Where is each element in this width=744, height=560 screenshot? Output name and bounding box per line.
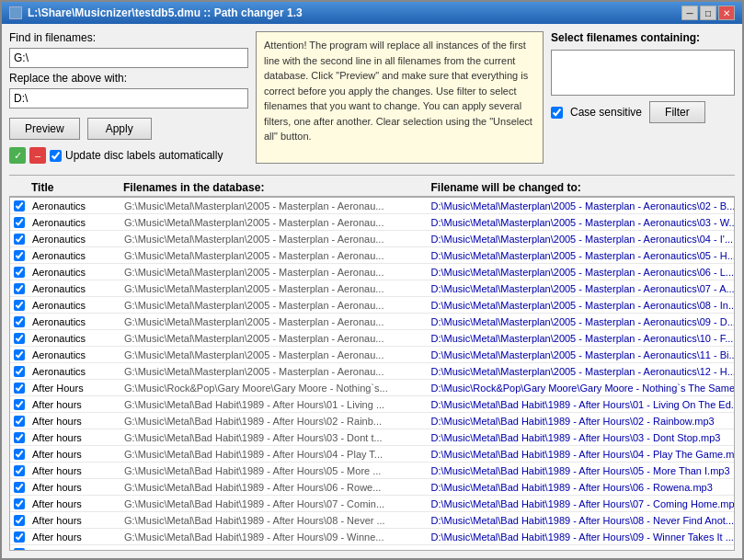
find-input[interactable] [9,48,248,68]
case-sensitive-label: Case sensitive [570,106,642,119]
action-buttons: Preview Apply [9,118,248,140]
row-new-path: D:\Music\Metal\Masterplan\2005 - Masterp… [428,332,735,345]
row-title: Aeronautics [29,216,120,229]
row-title: Aeronautics [29,365,120,378]
case-sensitive-checkbox[interactable] [551,107,563,119]
row-checkbox[interactable] [14,399,25,410]
row-checkbox-cell[interactable] [10,432,29,443]
row-checkbox-cell[interactable] [10,250,29,261]
row-checkbox-cell[interactable] [10,482,29,493]
replace-input[interactable] [9,88,248,109]
row-checkbox[interactable] [14,316,25,327]
row-checkbox[interactable] [14,267,25,278]
row-title: After hours [29,431,120,444]
apply-button[interactable]: Apply [87,118,152,140]
row-title: Aeronautics [29,266,120,279]
row-new-path: D:\Music\Metal\Masterplan\2005 - Masterp… [428,233,735,246]
row-checkbox[interactable] [14,416,25,427]
row-checkbox[interactable] [14,548,25,552]
uncheck-all-icon[interactable]: – [29,147,46,164]
col-title-header: Title [28,181,120,194]
row-checkbox[interactable] [14,449,25,460]
table-row: Aeronautics G:\Music\Metal\Masterplan\20… [10,297,734,314]
table-row: After hours G:\Music\Metal\Bad Habit\198… [10,479,734,496]
row-checkbox[interactable] [14,300,25,311]
row-checkbox-cell[interactable] [10,531,29,543]
row-checkbox-cell[interactable] [10,548,29,552]
row-checkbox[interactable] [14,250,25,261]
row-checkbox[interactable] [14,333,25,344]
row-title: Aeronautics [29,249,120,262]
table-row: After hours G:\Music\Metal\Bad Habit\198… [10,496,734,512]
window-controls: ─ □ ✕ [681,6,735,20]
row-orig-path: G:\Music\Metal\Bad Habit\1989 - After Ho… [120,531,428,543]
row-checkbox-cell[interactable] [10,267,29,278]
table-row: After hours G:\Music\Metal\Bad Habit\198… [10,545,734,551]
row-checkbox[interactable] [14,482,25,493]
main-window: L:\Share\Musicnizer\testdb5.dmu :: Path … [0,0,744,560]
row-orig-path: G:\Music\Metal\Bad Habit\1989 - After Ho… [120,514,428,527]
row-checkbox[interactable] [14,200,25,211]
row-new-path: D:\Music\Metal\Bad Habit\1989 - After Ho… [428,481,735,494]
info-panel: Attention! The program will replace all … [256,31,544,164]
row-checkbox-cell[interactable] [10,234,29,245]
maximize-button[interactable]: □ [700,6,716,20]
row-checkbox[interactable] [14,234,25,245]
table-section: Title Filenames in the database: Filenam… [2,179,742,558]
row-new-path: D:\Music\Rock&Pop\Gary Moore\Gary Moore … [428,382,735,394]
row-checkbox-cell[interactable] [10,416,29,427]
row-checkbox-cell[interactable] [10,316,29,327]
row-checkbox[interactable] [14,383,25,394]
info-text: Attention! The program will replace all … [264,40,532,142]
table-row: After hours G:\Music\Metal\Bad Habit\198… [10,446,734,463]
preview-button[interactable]: Preview [9,118,80,140]
row-checkbox-cell[interactable] [10,449,29,460]
row-checkbox-cell[interactable] [10,200,29,211]
close-button[interactable]: ✕ [718,6,735,20]
row-orig-path: G:\Music\Metal\Masterplan\2005 - Masterp… [120,282,428,295]
row-checkbox[interactable] [14,283,25,294]
row-checkbox-cell[interactable] [10,349,29,360]
row-new-path: D:\Music\Metal\Bad Habit\1989 - After Ho… [428,415,735,428]
row-checkbox[interactable] [14,515,25,526]
update-labels-checkbox[interactable] [50,150,62,162]
top-section: Find in filenames: Replace the above wit… [2,24,742,171]
table-row: After hours G:\Music\Metal\Bad Habit\198… [10,429,734,446]
row-checkbox-cell[interactable] [10,366,29,377]
checkbox-row: ✓ – Update disc labels automatically [9,147,248,164]
row-checkbox-cell[interactable] [10,515,29,526]
row-new-path: D:\Music\Metal\Bad Habit\1989 - After Ho… [428,531,735,543]
minimize-button[interactable]: ─ [681,6,698,20]
row-checkbox-cell[interactable] [10,333,29,344]
row-checkbox-cell[interactable] [10,498,29,509]
window-title: L:\Share\Musicnizer\testdb5.dmu :: Path … [28,6,303,19]
row-title: Aeronautics [29,299,120,312]
row-checkbox-cell[interactable] [10,217,29,228]
update-labels-label: Update disc labels automatically [65,149,223,162]
row-orig-path: G:\Music\Metal\Bad Habit\1989 - After Ho… [120,481,428,494]
row-title: After hours [29,497,120,510]
filter-button[interactable]: Filter [649,101,705,123]
row-new-path: D:\Music\Metal\Masterplan\2005 - Masterp… [428,299,735,312]
row-title: After hours [29,547,120,552]
row-checkbox[interactable] [14,217,25,228]
check-all-icon[interactable]: ✓ [9,147,26,164]
filter-input[interactable] [551,50,735,96]
table-row: After hours G:\Music\Metal\Bad Habit\198… [10,413,734,429]
filter-label: Select filenames containing: [551,31,735,44]
row-checkbox-cell[interactable] [10,465,29,476]
row-checkbox-cell[interactable] [10,383,29,394]
row-checkbox[interactable] [14,531,25,543]
row-checkbox-cell[interactable] [10,283,29,294]
row-checkbox[interactable] [14,465,25,476]
row-checkbox[interactable] [14,349,25,360]
table-row: Aeronautics G:\Music\Metal\Masterplan\20… [10,363,734,380]
row-orig-path: G:\Music\Metal\Bad Habit\1989 - After Ho… [120,497,428,510]
row-checkbox[interactable] [14,366,25,377]
row-orig-path: G:\Music\Metal\Masterplan\2005 - Masterp… [120,200,428,212]
row-checkbox[interactable] [14,432,25,443]
row-orig-path: G:\Music\Metal\Masterplan\2005 - Masterp… [120,249,428,262]
row-checkbox-cell[interactable] [10,300,29,311]
row-checkbox-cell[interactable] [10,399,29,410]
row-checkbox[interactable] [14,498,25,509]
